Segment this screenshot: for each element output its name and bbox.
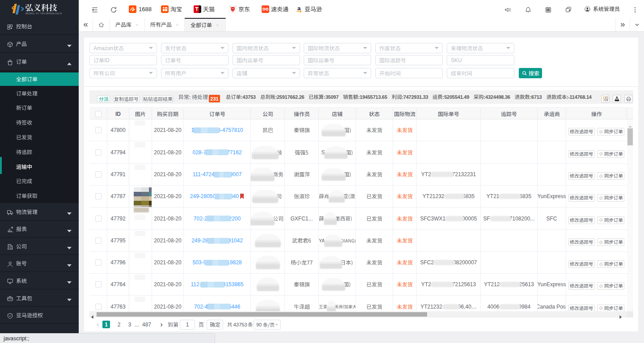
svg-text:a: a <box>297 5 301 12</box>
